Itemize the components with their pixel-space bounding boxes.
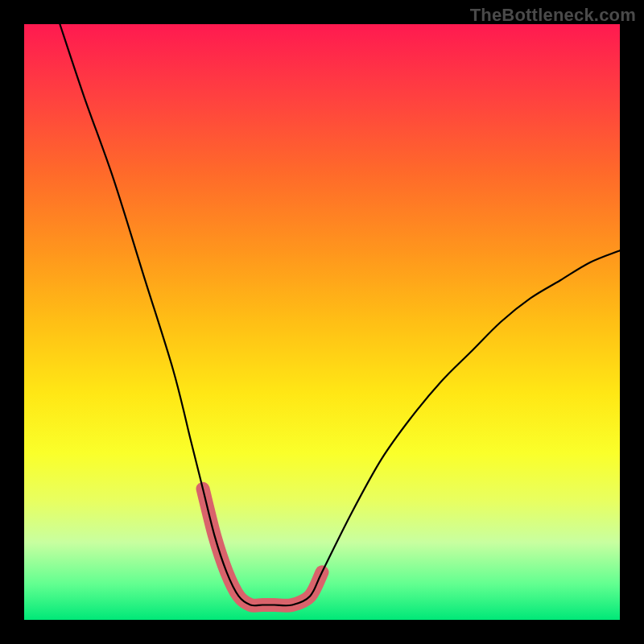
bottleneck-curve xyxy=(60,24,620,605)
watermark-text: TheBottleneck.com xyxy=(470,5,636,26)
plot-area xyxy=(24,24,620,620)
curve-highlight xyxy=(203,489,322,605)
chart-frame: TheBottleneck.com xyxy=(0,0,644,644)
curve-layer xyxy=(24,24,620,620)
